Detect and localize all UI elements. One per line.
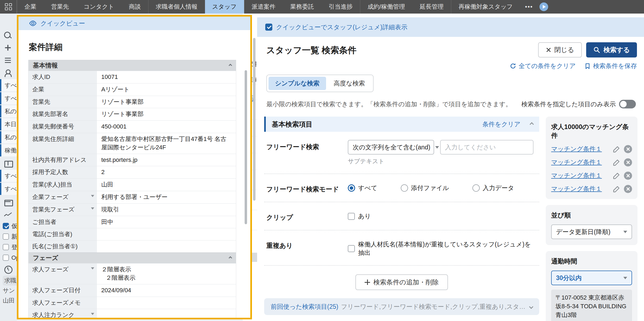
sidebar-icon-item[interactable] bbox=[0, 208, 17, 221]
sidebar-icon-item[interactable] bbox=[0, 42, 17, 54]
sidebar-list-item[interactable]: 私の bbox=[0, 105, 17, 117]
edit-pencil-icon[interactable] bbox=[613, 185, 621, 193]
sidebar-text-item[interactable]: 求職 bbox=[0, 275, 17, 285]
radio-option[interactable]: 入力データ bbox=[472, 182, 514, 192]
freeword-input[interactable] bbox=[440, 140, 533, 155]
matching-condition-link[interactable]: マッチング条件１ bbox=[551, 185, 609, 193]
nav-tab[interactable]: 再稼働対象スタッフ bbox=[451, 0, 520, 14]
sidebar-icon-item[interactable] bbox=[0, 157, 17, 170]
duplicate-checkbox-option[interactable]: 稼働人材氏名(基本情報)が重複しているスタッフ(レジュメ)を抽出 bbox=[348, 239, 537, 257]
remove-condition-icon[interactable] bbox=[624, 172, 632, 180]
search-button[interactable]: 検索する bbox=[586, 42, 637, 57]
nav-tab[interactable]: 求職者個人情報 bbox=[148, 0, 205, 14]
nav-tab[interactable]: 成約/稼働管理 bbox=[360, 0, 412, 14]
sidebar-text-item[interactable]: サン bbox=[0, 285, 17, 296]
table-section-header[interactable]: 基本情報 bbox=[29, 60, 236, 71]
checkbox[interactable] bbox=[3, 223, 9, 229]
clear-all-conditions-link[interactable]: 全ての条件をクリア bbox=[510, 62, 576, 70]
field-value-cell: ２階層表示 ２階層表示 bbox=[97, 264, 236, 284]
freeword-match-select[interactable]: 次の文字列を全て含む(and) bbox=[348, 140, 434, 155]
remove-condition-icon[interactable] bbox=[624, 145, 632, 153]
collapse-chevron-icon[interactable] bbox=[229, 256, 232, 260]
tab-simple-search[interactable]: シンプルな検索 bbox=[269, 77, 326, 90]
radio-icon[interactable] bbox=[401, 184, 408, 192]
field-label-cell: 営業先フェーズ bbox=[29, 204, 97, 216]
remove-condition-icon[interactable] bbox=[624, 158, 632, 166]
commute-time-select[interactable]: 30分以内 bbox=[551, 271, 632, 285]
sidebar-icon-item[interactable] bbox=[0, 29, 17, 42]
clip-checkbox-option[interactable]: あり bbox=[348, 210, 371, 220]
dropdown-caret-icon[interactable] bbox=[91, 267, 94, 269]
save-search-conditions-link[interactable]: 検索条件を保存 bbox=[584, 62, 637, 70]
collapse-chevron-icon[interactable] bbox=[530, 122, 534, 126]
close-button[interactable]: 閉じる bbox=[538, 42, 582, 57]
play-circle-icon[interactable] bbox=[539, 2, 548, 11]
nav-tab[interactable]: コンタクト bbox=[76, 0, 122, 14]
field-label-cell: 営業先 bbox=[29, 96, 97, 108]
sidebar-list-item[interactable]: すべて bbox=[0, 79, 17, 91]
dropdown-caret-icon[interactable] bbox=[91, 313, 94, 315]
matching-condition-link[interactable]: マッチング条件１ bbox=[551, 158, 609, 166]
sidebar-filter-checkbox[interactable]: Op bbox=[0, 252, 17, 263]
checkbox[interactable] bbox=[348, 245, 355, 252]
apps-grid-button[interactable] bbox=[0, 0, 17, 14]
checkbox[interactable] bbox=[3, 233, 9, 240]
checkbox[interactable] bbox=[348, 213, 355, 220]
matching-condition-link[interactable]: マッチング条件１ bbox=[551, 171, 609, 180]
sidebar-list-item[interactable]: すべて bbox=[0, 183, 17, 195]
sidebar-filter-checkbox[interactable]: 新 bbox=[0, 231, 17, 242]
nav-tab[interactable]: 業務委託 bbox=[283, 0, 321, 14]
clear-section-link[interactable]: 条件をクリア bbox=[482, 120, 520, 129]
sidebar-icon-item[interactable] bbox=[0, 67, 17, 79]
table-section-header[interactable]: フェーズ bbox=[29, 252, 236, 263]
checkbox[interactable] bbox=[3, 244, 9, 250]
nav-tab[interactable]: スタッフ bbox=[205, 0, 244, 14]
sidebar-icon-item[interactable] bbox=[0, 196, 17, 208]
add-remove-conditions-button[interactable]: 検索条件の追加・削除 bbox=[355, 274, 448, 290]
radio-icon[interactable] bbox=[348, 184, 355, 192]
table-row: 採用予定人数 2 bbox=[29, 166, 236, 178]
remove-condition-icon[interactable] bbox=[624, 185, 632, 193]
field-label: フリーワード検索 bbox=[266, 140, 348, 151]
checkbox[interactable] bbox=[3, 255, 9, 261]
dropdown-caret-icon[interactable] bbox=[91, 195, 94, 197]
nav-tab[interactable]: 商談 bbox=[122, 0, 148, 14]
nav-tab[interactable]: 延長管理 bbox=[412, 0, 451, 14]
matching-condition-link[interactable]: マッチング条件１ bbox=[551, 145, 609, 153]
quickview-detail-checkbox[interactable] bbox=[265, 24, 272, 31]
collapse-chevron-icon[interactable] bbox=[229, 64, 232, 67]
radio-icon[interactable] bbox=[472, 184, 480, 192]
expand-chevron-icon[interactable] bbox=[529, 304, 533, 309]
nav-overflow-button[interactable]: ••• bbox=[520, 0, 538, 14]
sidebar-icon-item[interactable] bbox=[0, 54, 17, 67]
sidebar-filter-checkbox[interactable]: 仮 bbox=[0, 221, 17, 231]
page-scrollbar[interactable] bbox=[253, 38, 255, 201]
freeword-search-row: フリーワード検索 次の文字列を全て含む(and) サブテキスト bbox=[264, 132, 539, 174]
last-used-link[interactable]: 前回使った検索項目(25) bbox=[271, 303, 338, 311]
sidebar-icon-item[interactable] bbox=[0, 263, 17, 275]
edit-pencil-icon[interactable] bbox=[613, 158, 621, 166]
nav-tab[interactable]: 営業先 bbox=[44, 0, 76, 14]
sort-order-card: 並び順 データ更新日(降順) bbox=[546, 205, 637, 245]
tab-advanced-search[interactable]: 高度な検索 bbox=[327, 77, 372, 90]
sidebar-list-item[interactable]: すべて bbox=[0, 170, 17, 182]
last-used-conditions-bar[interactable]: 前回使った検索項目(25) フリーワード,フリーワード検索モード,クリップ,重複… bbox=[264, 298, 539, 315]
radio-option[interactable]: すべて bbox=[348, 182, 377, 192]
edit-pencil-icon[interactable] bbox=[613, 172, 621, 180]
sort-order-select[interactable]: データ更新日(降順) bbox=[551, 224, 632, 239]
sidebar-list-item[interactable]: すべて bbox=[0, 92, 17, 104]
nav-tab[interactable]: 引当進捗 bbox=[321, 0, 360, 14]
nav-tab[interactable]: 企業 bbox=[17, 0, 44, 14]
table-row: 求人ID 10071 bbox=[29, 71, 236, 83]
sidebar-filter-checkbox[interactable]: 登 bbox=[0, 242, 17, 252]
sidebar-list-item[interactable]: 私の bbox=[0, 131, 17, 143]
dropdown-caret-icon[interactable] bbox=[91, 207, 94, 210]
quickview-scrollbar[interactable] bbox=[245, 70, 247, 224]
edit-pencil-icon[interactable] bbox=[613, 145, 621, 153]
sidebar-list-item[interactable]: 稼働 bbox=[0, 144, 17, 156]
sidebar-text-item[interactable]: 山田 bbox=[0, 296, 17, 306]
show-specified-only-toggle[interactable] bbox=[619, 100, 636, 108]
nav-tab[interactable]: 派遣案件 bbox=[244, 0, 283, 14]
radio-option[interactable]: 添付ファイル bbox=[401, 182, 449, 192]
sidebar-list-item[interactable]: 本日 bbox=[0, 118, 17, 130]
